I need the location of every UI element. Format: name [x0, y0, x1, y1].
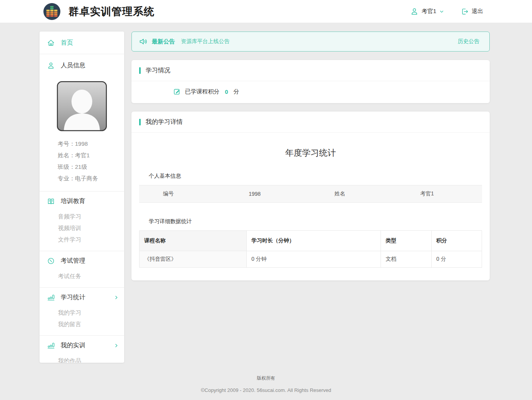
main-content: 最新公告 资源库平台上线公告 历史公告 学习情况 已学课程积分	[131, 32, 490, 289]
stats-label: 学习详细数据统计	[149, 218, 482, 225]
sidebar-item-label: 人员信息	[61, 62, 119, 70]
card-header: 我的学习详情	[131, 112, 490, 133]
credit-row: 已学课程积分 0 分	[173, 88, 490, 95]
user-menu[interactable]: 考官1	[410, 7, 444, 16]
sidebar-subitem-file-study[interactable]: 文件学习	[58, 234, 124, 245]
sidebar-subitem-my-messages[interactable]: 我的留言	[58, 318, 124, 330]
app-logo-icon	[43, 3, 61, 20]
column-header: 类型	[381, 231, 432, 251]
table-cell-type: 文档	[381, 251, 432, 268]
avatar	[57, 81, 107, 131]
table-cell-credit: 0 分	[432, 251, 482, 268]
basic-info-row: 编号 1998 姓名 考官1	[139, 185, 482, 203]
announcement-label: 最新公告	[152, 38, 175, 45]
credit-value: 0	[225, 88, 228, 95]
study-stats-table: 课程名称 学习时长（分钟） 类型 积分 《抖音雷区》 0 分钟 文档 0 分	[139, 230, 482, 268]
logout-icon	[461, 8, 469, 15]
basic-info-cell: 考官1	[396, 190, 482, 197]
credit-label: 已学课程积分	[185, 88, 219, 95]
chevron-right-icon	[114, 295, 119, 300]
credit-unit: 分	[233, 88, 239, 95]
table-cell-course-name: 《抖音雷区》	[140, 251, 247, 268]
annual-stats-heading: 年度学习统计	[139, 147, 482, 159]
chevron-right-icon	[114, 343, 119, 348]
user-icon	[410, 7, 419, 16]
basic-info-label: 个人基本信息	[149, 173, 482, 180]
sidebar-subitem-my-study[interactable]: 我的学习	[58, 307, 124, 318]
sidebar-item-home[interactable]: 首页	[40, 32, 124, 54]
profile-field: 班级：21级	[58, 161, 124, 173]
basic-info-cell: 姓名	[311, 190, 396, 197]
basic-info-cell: 1998	[225, 191, 311, 197]
edit-icon	[173, 88, 181, 95]
announcement-bar: 最新公告 资源库平台上线公告 历史公告	[131, 32, 490, 52]
history-announcements-link[interactable]: 历史公告	[458, 38, 479, 45]
book-icon	[47, 197, 55, 205]
person-icon	[47, 62, 55, 70]
sidebar-item-my-practical-training[interactable]: 我的实训	[40, 336, 124, 355]
profile-field: 专业：电子商务	[58, 173, 124, 184]
page-footer: 版权所有 ©Copyright 2009 - 2020. 56sucai.com…	[0, 375, 532, 393]
app-title: 群卓实训管理系统	[68, 5, 155, 18]
profile-field: 姓名：考官1	[58, 150, 124, 161]
announcement-link[interactable]: 资源库平台上线公告	[181, 38, 229, 45]
sidebar-subitem-my-works[interactable]: 我的作品	[58, 355, 124, 363]
sidebar-item-personnel-info[interactable]: 人员信息	[40, 54, 124, 77]
column-header: 课程名称	[140, 231, 247, 251]
sidebar-item-training-education[interactable]: 培训教育	[40, 192, 124, 211]
title-marker	[139, 119, 141, 125]
chevron-down-icon	[439, 9, 444, 14]
sidebar: 首页 人员信息	[40, 32, 124, 363]
sidebar-subitem-audio-study[interactable]: 音频学习	[58, 211, 124, 222]
sidebar-item-exam-management[interactable]: 考试管理	[40, 251, 124, 270]
bar-chart-icon	[47, 293, 55, 302]
study-detail-card: 我的学习详情 年度学习统计 个人基本信息 编号 1998 姓名 考官1 学习详细…	[131, 112, 490, 280]
basic-info-cell: 编号	[139, 190, 225, 197]
table-header-row: 课程名称 学习时长（分钟） 类型 积分	[140, 231, 482, 251]
sidebar-item-label: 首页	[61, 39, 119, 47]
home-icon	[47, 39, 55, 47]
megaphone-icon	[139, 37, 148, 46]
column-header: 积分	[432, 231, 482, 251]
sidebar-subitem-video-training[interactable]: 视频培训	[58, 222, 124, 234]
sidebar-item-study-statistics[interactable]: 学习统计	[40, 288, 124, 307]
card-title: 我的学习详情	[146, 118, 183, 126]
card-header: 学习情况	[131, 60, 490, 81]
profile-fields: 考号：1998 姓名：考官1 班级：21级 专业：电子商务	[40, 136, 124, 191]
sidebar-section-my-practical-training: 我的实训 我的作品 作品列表	[40, 336, 124, 363]
brand: 群卓实训管理系统	[43, 3, 155, 20]
table-row: 《抖音雷区》 0 分钟 文档 0 分	[140, 251, 482, 268]
sidebar-subitem-exam-task[interactable]: 考试任务	[58, 270, 124, 282]
sidebar-item-label: 考试管理	[61, 257, 119, 265]
copyright-label: 版权所有	[0, 375, 532, 382]
column-header: 学习时长（分钟）	[246, 231, 381, 251]
profile-field: 考号：1998	[58, 138, 124, 150]
sidebar-section-training-education: 培训教育 音频学习 视频培训 文件学习	[40, 192, 124, 251]
logout-button[interactable]: 退出	[461, 8, 483, 15]
table-cell-duration: 0 分钟	[246, 251, 381, 268]
copyright-text: ©Copyright 2009 - 2020. 56sucai.com. All…	[0, 387, 532, 393]
study-status-card: 学习情况 已学课程积分 0 分	[131, 60, 490, 103]
clock-icon	[47, 257, 55, 265]
user-name: 考官1	[422, 8, 436, 15]
sidebar-item-label: 培训教育	[61, 197, 119, 205]
sidebar-item-label: 我的实训	[61, 342, 108, 350]
sidebar-section-study-statistics: 学习统计 我的学习 我的留言	[40, 288, 124, 335]
card-title: 学习情况	[146, 67, 170, 75]
sidebar-section-exam-management: 考试管理 考试任务	[40, 251, 124, 287]
logout-label: 退出	[472, 8, 483, 15]
app-header: 群卓实训管理系统 考官1 退出	[0, 0, 532, 23]
title-marker	[139, 67, 141, 74]
bar-chart-icon	[47, 342, 55, 350]
sidebar-item-label: 学习统计	[61, 293, 108, 302]
